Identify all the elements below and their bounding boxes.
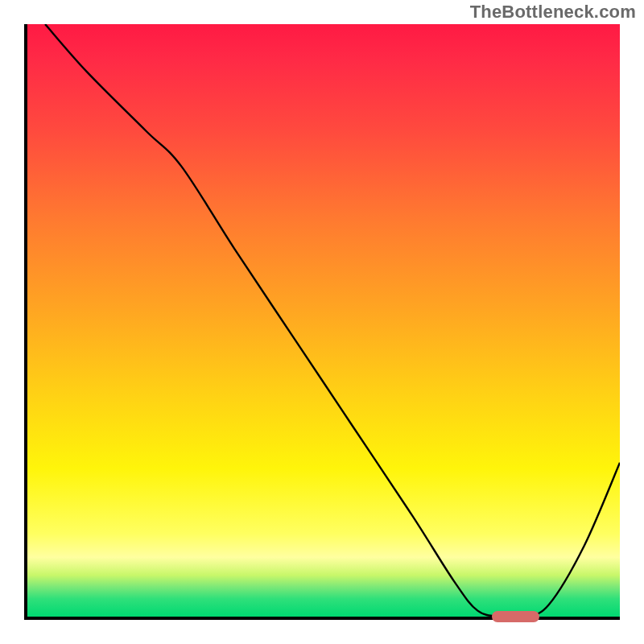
watermark-text: TheBottleneck.com <box>470 2 636 23</box>
background-gradient <box>27 24 620 617</box>
chart-container: TheBottleneck.com <box>0 0 644 644</box>
plot-area <box>24 24 620 620</box>
optimal-marker <box>492 611 539 622</box>
